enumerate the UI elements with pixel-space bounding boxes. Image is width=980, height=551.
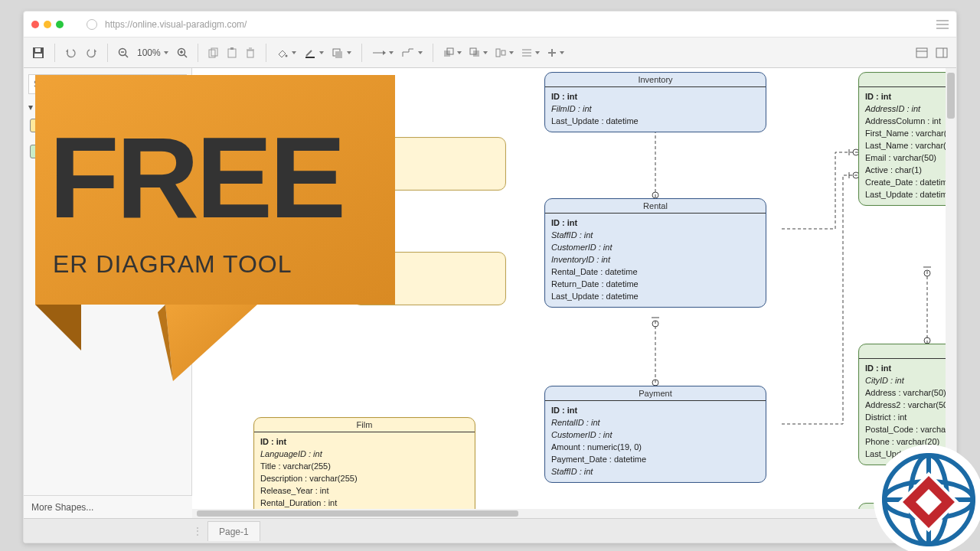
line-color-button[interactable] [300,44,328,61]
page-tab[interactable]: Page-1 [207,521,260,541]
entity-title: Film [254,418,475,432]
entity-customer[interactable]: Customer ID : intAddressID : intAddressC… [858,72,956,206]
entity-column: StaffID : int [551,229,760,241]
drag-handle-icon[interactable]: ⋮ [192,525,203,537]
distribute-button[interactable] [518,44,544,61]
entity-payment[interactable]: Payment ID : intRentalID : intCustomerID… [544,386,766,483]
waypoint-button[interactable] [397,44,426,61]
footer: ⋮ Page-1 [24,518,956,543]
svg-point-55 [652,380,658,386]
zoom-level[interactable]: 100% [137,47,168,58]
entity-column: Last_Update : datetime [865,188,956,201]
entity-column: Address2 : varchar(50) [865,399,956,411]
entity-column: AddressID : int [865,103,956,115]
entity-hidden-2[interactable] [353,252,506,305]
address-bar[interactable]: https://online.visual-paradigm.com/ [105,19,247,30]
entity-column: CustomerID : int [551,241,760,253]
entity-column: ID : int [260,435,469,448]
entity-column: RentalID : int [551,416,760,429]
category-label: Entity Relationship [36,102,112,112]
svg-rect-18 [305,57,315,58]
entity-column: InventoryID : int [551,253,760,266]
entity-column: First_Name : varchar(255) [865,127,956,139]
entity-column: Address : varchar(50) [865,386,956,399]
entity-rental[interactable]: Rental ID : intStaffID : intCustomerID :… [544,198,766,308]
window-minimize-icon[interactable] [44,21,51,28]
outline-panel-button[interactable] [932,44,952,61]
window-close-icon[interactable] [31,21,39,28]
fill-color-button[interactable] [273,44,300,61]
entity-column: Return_Date : datetime [551,278,760,290]
entity-column: Amount : numeric(19, 0) [551,441,760,453]
entity-column: Release_Year : int [260,484,469,497]
svg-point-17 [285,54,287,57]
category-header[interactable]: ▾ Entity Relationship [28,102,187,112]
hamburger-icon[interactable] [936,20,949,29]
svg-rect-26 [496,49,500,57]
svg-rect-2 [35,48,41,52]
entity-film[interactable]: Film ID : intLanguageID : intTitle : var… [253,417,475,518]
entity-column: Rental_Date : datetime [551,266,760,278]
save-button[interactable] [28,44,48,62]
shadow-button[interactable] [328,44,355,61]
copy-button[interactable] [204,44,223,61]
window-maximize-icon[interactable] [56,21,64,28]
svg-point-47 [924,337,930,344]
svg-rect-1 [34,54,42,57]
entity-column: LanguageID : int [260,448,469,460]
entity-column: CityID : int [865,374,956,386]
entity-title: Customer [859,73,956,87]
svg-rect-14 [247,51,253,57]
entity-column: Payment_Date : datetime [551,453,760,465]
entity-shape-yellow[interactable] [30,119,51,132]
entity-column: ID : int [551,404,760,416]
svg-rect-35 [936,48,947,57]
entity-column: District : int [865,411,956,423]
entity-column: ID : int [551,217,760,229]
entity-column: ID : int [865,90,956,103]
zoom-out-button[interactable] [114,44,132,61]
align-button[interactable] [492,44,518,61]
entity-shape-green[interactable] [30,145,51,158]
entity-column: Active : char(1) [865,164,956,176]
horizontal-scrollbar[interactable] [192,509,946,518]
zoom-in-button[interactable] [173,44,191,61]
entity-title: Rental [545,199,766,214]
undo-button[interactable] [61,44,81,61]
svg-point-53 [652,321,658,327]
svg-rect-33 [916,48,927,57]
svg-rect-20 [335,51,342,58]
add-button[interactable] [544,45,568,60]
entity-column: Last_Name : varchar(255) [865,139,956,152]
entity-hidden-1[interactable] [353,137,506,191]
more-shapes-button[interactable]: More Shapes... [24,495,192,518]
svg-rect-13 [230,47,234,50]
entity-title: Address [859,344,956,359]
site-info-icon[interactable] [87,19,97,30]
entity-inventory[interactable]: Inventory ID : intFilmID : intLast_Updat… [544,72,766,132]
entity-column: Email : varchar(50) [865,152,956,164]
paste-button[interactable] [223,44,241,61]
to-front-button[interactable] [439,44,466,61]
to-back-button[interactable] [466,44,492,61]
entity-column: Create_Date : datetime [865,176,956,188]
format-panel-button[interactable] [912,44,932,61]
svg-rect-27 [501,51,505,55]
entity-column: FilmID : int [551,103,760,115]
zoom-value: 100% [137,47,161,58]
connector-style-button[interactable] [368,45,397,60]
toolbar: 100% [24,37,956,68]
svg-rect-12 [228,49,236,57]
entity-column: Last_Update : datetime [551,115,760,127]
diagram-canvas[interactable]: Inventory ID : intFilmID : intLast_Updat… [192,68,956,518]
browser-chrome: https://online.visual-paradigm.com/ [24,11,956,37]
entity-title: Payment [545,386,766,401]
entity-column: Last_Update : datetime [551,290,760,302]
delete-button[interactable] [241,44,260,61]
svg-line-7 [184,54,187,57]
svg-point-45 [924,270,930,276]
search-input[interactable] [28,74,187,94]
entity-column: Title : varchar(255) [260,460,469,472]
redo-button[interactable] [81,44,101,61]
entity-column: ID : int [865,362,956,374]
